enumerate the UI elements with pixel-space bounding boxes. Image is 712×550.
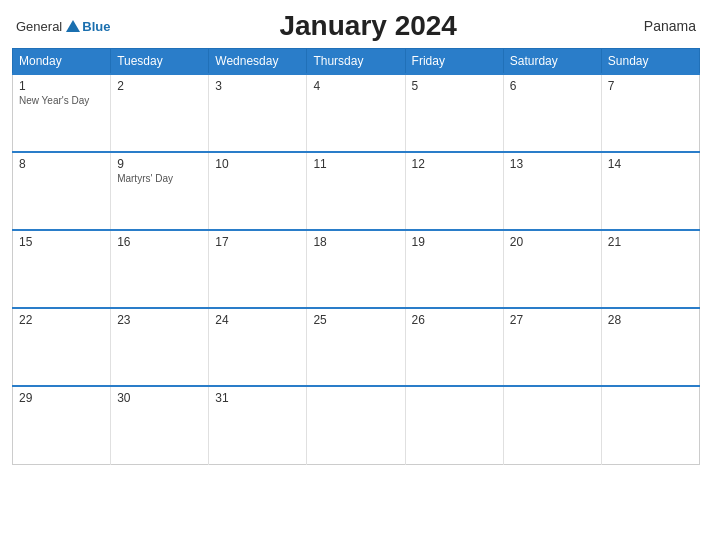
calendar-cell: 29 [13,386,111,464]
calendar-cell [307,386,405,464]
day-number: 19 [412,235,497,249]
calendar-cell: 3 [209,74,307,152]
calendar-cell: 27 [503,308,601,386]
calendar-cell: 22 [13,308,111,386]
calendar-cell: 9Martyrs' Day [111,152,209,230]
calendar-cell: 18 [307,230,405,308]
calendar-cell: 8 [13,152,111,230]
day-number: 4 [313,79,398,93]
day-number: 6 [510,79,595,93]
day-number: 24 [215,313,300,327]
day-number: 2 [117,79,202,93]
day-number: 30 [117,391,202,405]
week-row-5: 293031 [13,386,700,464]
day-number: 21 [608,235,693,249]
weekday-header-monday: Monday [13,49,111,75]
day-number: 18 [313,235,398,249]
calendar-wrapper: General Blue January 2024 Panama MondayT… [0,0,712,550]
calendar-cell: 15 [13,230,111,308]
weekday-header-row: MondayTuesdayWednesdayThursdayFridaySatu… [13,49,700,75]
weekday-header-saturday: Saturday [503,49,601,75]
country-label: Panama [626,18,696,34]
logo: General Blue [16,19,110,34]
day-number: 13 [510,157,595,171]
calendar-tbody: 1New Year's Day23456789Martyrs' Day10111… [13,74,700,464]
calendar-thead: MondayTuesdayWednesdayThursdayFridaySatu… [13,49,700,75]
calendar-cell: 2 [111,74,209,152]
calendar-cell: 4 [307,74,405,152]
calendar-cell: 17 [209,230,307,308]
day-number: 8 [19,157,104,171]
calendar-cell: 26 [405,308,503,386]
calendar-cell: 16 [111,230,209,308]
calendar-cell: 7 [601,74,699,152]
day-number: 16 [117,235,202,249]
calendar-cell: 19 [405,230,503,308]
day-number: 11 [313,157,398,171]
day-number: 5 [412,79,497,93]
calendar-header: General Blue January 2024 Panama [12,10,700,42]
day-number: 14 [608,157,693,171]
calendar-cell: 10 [209,152,307,230]
weekday-header-tuesday: Tuesday [111,49,209,75]
day-number: 10 [215,157,300,171]
day-number: 26 [412,313,497,327]
calendar-cell [405,386,503,464]
weekday-header-wednesday: Wednesday [209,49,307,75]
day-number: 31 [215,391,300,405]
calendar-cell: 14 [601,152,699,230]
calendar-cell: 23 [111,308,209,386]
day-number: 12 [412,157,497,171]
day-number: 3 [215,79,300,93]
day-number: 15 [19,235,104,249]
calendar-cell: 1New Year's Day [13,74,111,152]
day-number: 9 [117,157,202,171]
calendar-cell: 31 [209,386,307,464]
logo-triangle-icon [66,20,80,32]
calendar-cell: 5 [405,74,503,152]
calendar-cell: 20 [503,230,601,308]
calendar-title: January 2024 [110,10,626,42]
calendar-table: MondayTuesdayWednesdayThursdayFridaySatu… [12,48,700,465]
calendar-cell: 24 [209,308,307,386]
day-number: 28 [608,313,693,327]
calendar-cell: 6 [503,74,601,152]
weekday-header-thursday: Thursday [307,49,405,75]
calendar-cell: 11 [307,152,405,230]
calendar-cell: 13 [503,152,601,230]
day-number: 1 [19,79,104,93]
day-number: 29 [19,391,104,405]
event-label: Martyrs' Day [117,173,202,184]
week-row-1: 1New Year's Day234567 [13,74,700,152]
day-number: 7 [608,79,693,93]
logo-blue-text: Blue [82,19,110,34]
day-number: 27 [510,313,595,327]
day-number: 23 [117,313,202,327]
day-number: 17 [215,235,300,249]
week-row-2: 89Martyrs' Day1011121314 [13,152,700,230]
week-row-3: 15161718192021 [13,230,700,308]
week-row-4: 22232425262728 [13,308,700,386]
event-label: New Year's Day [19,95,104,106]
calendar-cell: 21 [601,230,699,308]
calendar-cell: 12 [405,152,503,230]
logo-general-text: General [16,19,62,34]
calendar-cell: 28 [601,308,699,386]
calendar-cell: 25 [307,308,405,386]
calendar-cell [601,386,699,464]
calendar-cell: 30 [111,386,209,464]
day-number: 25 [313,313,398,327]
weekday-header-friday: Friday [405,49,503,75]
weekday-header-sunday: Sunday [601,49,699,75]
day-number: 22 [19,313,104,327]
calendar-cell [503,386,601,464]
day-number: 20 [510,235,595,249]
